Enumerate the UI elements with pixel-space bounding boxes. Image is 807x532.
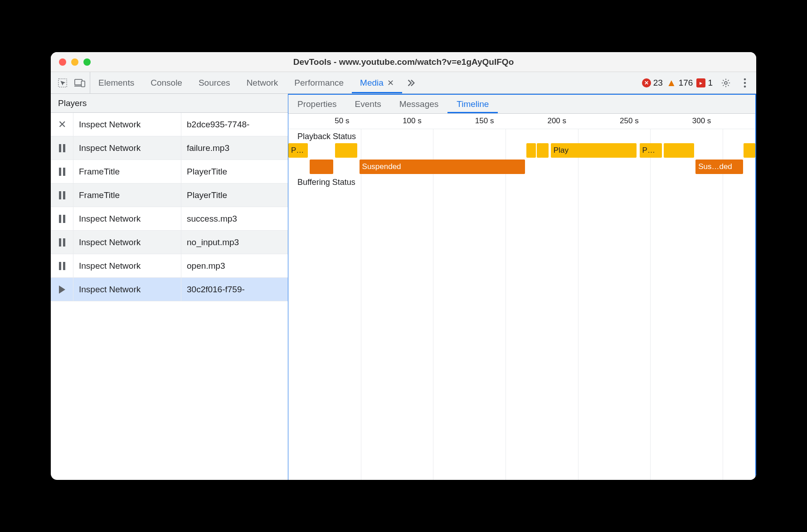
player-row[interactable]: ✕Inspect Networkb2dce935-7748- (51, 113, 288, 136)
timeline-bar[interactable]: Play (551, 143, 637, 158)
playback-track-row1: P…PlayP… (288, 142, 755, 159)
timeline-bar[interactable] (335, 143, 357, 158)
timeline-bar[interactable]: P… (640, 143, 662, 158)
window-title: DevTools - www.youtube.com/watch?v=e1gAy… (51, 57, 756, 67)
titlebar: DevTools - www.youtube.com/watch?v=e1gAy… (51, 52, 756, 72)
player-row[interactable]: Inspect Networkfailure.mp3 (51, 136, 288, 160)
ruler-tick: 200 s (547, 116, 566, 126)
info-count[interactable]: ▸ 1 (696, 78, 713, 88)
pause-icon (51, 231, 73, 254)
close-button[interactable] (59, 58, 66, 66)
player-frame-cell: Inspect Network (73, 136, 181, 160)
pause-icon (51, 136, 73, 160)
detail-tabs: PropertiesEventsMessagesTimeline (288, 95, 755, 114)
player-row[interactable]: FrameTitlePlayerTitle (51, 160, 288, 184)
player-row[interactable]: Inspect Networksuccess.mp3 (51, 207, 288, 231)
player-frame-cell: Inspect Network (73, 113, 181, 136)
timeline-bar[interactable]: Suspended (360, 160, 525, 174)
maximize-button[interactable] (83, 58, 91, 66)
playback-track-row2: SuspendedSus…ded (288, 159, 755, 175)
player-title-cell: open.mp3 (181, 254, 288, 277)
player-title-cell: success.mp3 (181, 207, 288, 230)
player-title-cell: no_input.mp3 (181, 231, 288, 254)
minimize-button[interactable] (71, 58, 78, 66)
tab-performance[interactable]: Performance (286, 72, 352, 93)
warning-count[interactable]: ▲ 176 (666, 77, 693, 89)
sidebar-header: Players (51, 94, 288, 113)
svg-point-3 (724, 82, 727, 84)
timeline-view: 50 s100 s150 s200 s250 s300 s Playback S… (288, 114, 755, 480)
pause-icon (51, 160, 73, 183)
destroyed-icon: ✕ (51, 113, 73, 136)
tab-network[interactable]: Network (238, 72, 287, 93)
playback-status-label: Playback Status (288, 129, 755, 142)
player-row[interactable]: Inspect Networkopen.mp3 (51, 254, 288, 278)
ruler-tick: 300 s (692, 116, 711, 126)
ruler-tick: 100 s (403, 116, 422, 126)
detail-tab-properties[interactable]: Properties (288, 95, 346, 113)
timeline-ruler[interactable]: 50 s100 s150 s200 s250 s300 s (288, 114, 755, 129)
pause-icon (51, 184, 73, 207)
timeline-bar[interactable] (541, 143, 548, 158)
player-title-cell: PlayerTitle (181, 184, 288, 207)
pause-icon (51, 207, 73, 230)
error-count[interactable]: ✕ 23 (642, 78, 663, 88)
player-frame-cell: Inspect Network (73, 207, 181, 230)
player-frame-cell: Inspect Network (73, 231, 181, 254)
timeline-bar[interactable]: Sus…ded (695, 160, 743, 174)
player-frame-cell: FrameTitle (73, 160, 181, 183)
info-icon: ▸ (696, 78, 705, 87)
inspect-element-icon[interactable] (57, 77, 68, 88)
more-tabs-button[interactable] (402, 78, 419, 88)
player-frame-cell: Inspect Network (73, 254, 181, 277)
players-list: ✕Inspect Networkb2dce935-7748-Inspect Ne… (51, 113, 288, 480)
players-sidebar: Players ✕Inspect Networkb2dce935-7748-In… (51, 94, 288, 480)
device-toolbar-icon[interactable] (74, 77, 85, 88)
buffering-status-label: Buffering Status (288, 175, 755, 188)
svg-rect-2 (81, 81, 85, 87)
ruler-tick: 150 s (475, 116, 494, 126)
pause-icon (51, 254, 73, 277)
buffering-track (288, 188, 755, 204)
tab-elements[interactable]: Elements (90, 72, 142, 93)
player-frame-cell: FrameTitle (73, 184, 181, 207)
main-area: Players ✕Inspect Networkb2dce935-7748-In… (51, 94, 756, 480)
svg-point-5 (744, 82, 746, 84)
timeline-bar[interactable] (310, 160, 333, 174)
svg-point-4 (744, 78, 746, 80)
traffic-lights (51, 58, 91, 66)
detail-tab-timeline[interactable]: Timeline (447, 95, 498, 113)
player-row[interactable]: Inspect Network30c2f016-f759- (51, 278, 288, 301)
timeline-bar[interactable]: P… (288, 143, 308, 158)
play-icon (51, 278, 73, 301)
player-row[interactable]: Inspect Networkno_input.mp3 (51, 231, 288, 254)
ruler-tick: 250 s (620, 116, 639, 126)
warning-icon: ▲ (666, 77, 676, 89)
ruler-tick: 50 s (335, 116, 349, 126)
detail-tab-messages[interactable]: Messages (390, 95, 448, 113)
settings-button[interactable] (720, 77, 732, 89)
timeline-bar[interactable] (664, 143, 694, 158)
player-title-cell: failure.mp3 (181, 136, 288, 160)
player-title-cell: 30c2f016-f759- (181, 278, 288, 301)
timeline-bar[interactable] (526, 143, 536, 158)
player-frame-cell: Inspect Network (73, 278, 181, 301)
player-title-cell: b2dce935-7748- (181, 113, 288, 136)
devtools-window: DevTools - www.youtube.com/watch?v=e1gAy… (51, 52, 756, 480)
error-icon: ✕ (642, 78, 651, 87)
tab-media[interactable]: Media✕ (352, 72, 402, 93)
more-options-button[interactable] (739, 77, 751, 89)
tab-console[interactable]: Console (142, 72, 190, 93)
detail-tab-events[interactable]: Events (346, 95, 390, 113)
toolbar: ElementsConsoleSourcesNetworkPerformance… (51, 72, 756, 94)
svg-point-6 (744, 85, 746, 87)
tab-sources[interactable]: Sources (190, 72, 238, 93)
close-tab-icon[interactable]: ✕ (387, 78, 394, 88)
timeline-bar[interactable] (744, 143, 755, 158)
player-title-cell: PlayerTitle (181, 160, 288, 183)
detail-pane: PropertiesEventsMessagesTimeline 50 s100… (288, 94, 756, 480)
player-row[interactable]: FrameTitlePlayerTitle (51, 184, 288, 207)
